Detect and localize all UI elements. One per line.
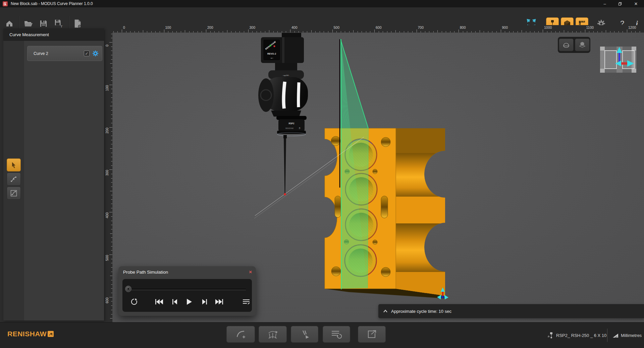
loop-icon: [130, 298, 138, 305]
probe-config-status[interactable]: RSP2_ RSH-250 _ 6 X 10: [547, 323, 606, 348]
simulation-progress-track[interactable]: [128, 289, 246, 290]
ruler-tick: [135, 31, 135, 32]
edit-scan-path-button[interactable]: [259, 326, 287, 343]
probe-config-text: RSP2_ RSH-250 _ 6 X 10: [556, 333, 606, 338]
list-refresh-icon: [331, 330, 342, 339]
ruler-tick: [374, 29, 375, 32]
ruler-tick: [111, 314, 112, 315]
select-tool-button[interactable]: [7, 158, 21, 171]
ruler-tick: [496, 31, 497, 32]
probe-status-icon: [547, 332, 553, 339]
ruler-tick: [198, 31, 198, 32]
ruler-tick: [492, 31, 492, 32]
ruler-tick: [111, 59, 112, 60]
curve-region-tool-button[interactable]: [7, 187, 21, 200]
ruler-tick: [606, 30, 606, 32]
ruler-tick: [623, 31, 623, 32]
ruler-tick: [442, 31, 442, 32]
simulate-icon: [300, 330, 310, 339]
units-text: Millimetres: [621, 333, 642, 338]
curve-item-label: Curve 2: [34, 51, 84, 56]
stylus-tip-marker: [284, 193, 286, 195]
units-status[interactable]: Millimetres: [612, 323, 642, 348]
ruler-tick: [223, 31, 223, 32]
ruler-tick: [111, 246, 112, 247]
save-button[interactable]: [37, 17, 50, 30]
ruler-tick: [269, 30, 269, 32]
simulation-controls-panel: [122, 279, 252, 312]
dialog-close-button[interactable]: ×: [249, 269, 252, 275]
ruler-tick: [151, 31, 152, 32]
ruler-tick: [111, 93, 112, 93]
ruler-tick: [130, 31, 130, 32]
ruler-tick: [111, 272, 112, 272]
ruler-tick: [176, 31, 177, 32]
simulation-options-button[interactable]: [240, 296, 252, 308]
add-curve-button[interactable]: [226, 326, 255, 343]
ruler-tick: [421, 31, 421, 32]
report-settings-button[interactable]: [71, 17, 84, 30]
ruler-tick: [239, 31, 240, 32]
ruler-tick: [257, 31, 257, 32]
curve-settings-button[interactable]: [92, 50, 99, 57]
ruler-tick: [189, 31, 190, 32]
ruler-tick: [155, 31, 156, 32]
simulate-path-button[interactable]: [291, 326, 318, 343]
ruler-tick: [110, 148, 112, 149]
loop-button[interactable]: [128, 296, 140, 308]
ruler-tick: [307, 31, 307, 32]
ruler-tick: [111, 199, 112, 200]
ruler-tick: [111, 204, 112, 204]
step-forward-button[interactable]: [199, 296, 210, 308]
ruler-tick: [111, 237, 112, 238]
ruler-tick: [471, 31, 472, 32]
skip-to-start-button[interactable]: [153, 296, 165, 308]
save-as-button[interactable]: T: [52, 17, 65, 30]
ruler-tick: [383, 31, 383, 32]
ruler-tick: [111, 38, 112, 38]
ruler-tick: [111, 310, 112, 310]
ruler-tick: [111, 280, 112, 280]
application-window: New Block.sab - MODUS Curve Planner 1.0.…: [0, 0, 644, 348]
ruler-tick: [353, 30, 354, 32]
solid-view-button[interactable]: [575, 39, 590, 51]
ruler-tick: [110, 191, 112, 191]
view-cube[interactable]: [600, 47, 636, 73]
ruler-tick: [555, 31, 556, 32]
ruler-tick: [547, 31, 547, 32]
ruler-tick: [111, 182, 112, 183]
play-button[interactable]: [183, 296, 195, 308]
skip-to-end-button[interactable]: [214, 296, 225, 308]
status-divider: [607, 329, 607, 342]
minimize-button[interactable]: –: [599, 0, 610, 7]
ruler-tick: [185, 30, 185, 32]
ruler-tick: [480, 30, 480, 32]
ruler-tick: [111, 216, 112, 217]
ruler-tick: [282, 31, 282, 32]
open-button[interactable]: [22, 17, 35, 30]
skip-start-icon: [155, 299, 163, 305]
curve-list-item[interactable]: Curve 2 ✓: [27, 46, 102, 61]
ruler-tick: [111, 267, 112, 268]
restore-button[interactable]: [614, 0, 626, 7]
app-icon: [3, 1, 8, 6]
ruler-tick: [111, 34, 112, 34]
ruler-tick-label: 500: [105, 253, 109, 263]
ruler-tick: [111, 55, 112, 55]
home-button[interactable]: [3, 17, 16, 30]
ruler-tick: [111, 195, 112, 195]
curve-tool-button[interactable]: [7, 172, 21, 186]
ruler-tick: [538, 31, 539, 32]
simulation-progress-knob[interactable]: [125, 286, 131, 292]
close-button[interactable]: ✕: [630, 0, 642, 7]
step-back-button[interactable]: [169, 296, 180, 308]
ruler-tick-label: 800: [460, 25, 466, 29]
cycle-time-bar[interactable]: Approximate cycle time: 10 sec: [378, 304, 644, 318]
ruler-corner: [105, 25, 113, 33]
shaded-view-button[interactable]: [559, 39, 574, 51]
ruler-tick: [391, 31, 391, 32]
regenerate-list-button[interactable]: [323, 326, 350, 343]
export-button[interactable]: [358, 326, 386, 343]
curve-visibility-checkbox[interactable]: ✓: [84, 51, 90, 56]
ruler-tick: [122, 29, 122, 32]
